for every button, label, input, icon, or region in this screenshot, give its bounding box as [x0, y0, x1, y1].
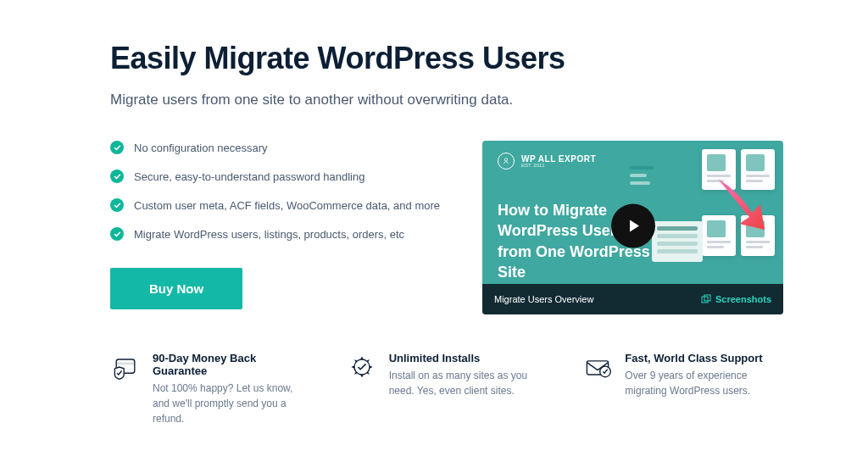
check-icon	[110, 227, 124, 241]
feature-text: No configuration necessary	[134, 142, 268, 154]
benefit-desc: Not 100% happy? Let us know, and we'll p…	[153, 381, 311, 426]
svg-point-0	[504, 158, 507, 161]
page-subtitle: Migrate users from one site to another w…	[110, 92, 783, 108]
page-title: Easily Migrate WordPress Users	[110, 41, 783, 76]
benefit-desc: Install on as many sites as you need. Ye…	[389, 368, 548, 398]
benefit-title: Fast, World Class Support	[625, 352, 783, 364]
benefit-title: Unlimited Installs	[389, 352, 548, 364]
buy-now-button[interactable]: Buy Now	[110, 268, 242, 309]
benefit-item: Unlimited Installs Install on as many si…	[347, 352, 548, 426]
benefit-item: Fast, World Class Support Over 9 years o…	[582, 352, 783, 426]
gear-check-icon	[347, 352, 377, 382]
benefits-row: 90-Day Money Back Guarantee Not 100% hap…	[110, 352, 783, 426]
benefit-item: 90-Day Money Back Guarantee Not 100% hap…	[110, 352, 311, 426]
video-thumbnail[interactable]: WP ALL EXPORT EST. 2011 How to Migrate W…	[482, 141, 783, 314]
feature-text: Custom user meta, ACF fields, WooCommerc…	[134, 199, 440, 212]
wallet-shield-icon	[110, 352, 141, 382]
check-icon	[110, 170, 124, 183]
arrow-icon	[714, 175, 773, 234]
benefit-title: 90-Day Money Back Guarantee	[153, 352, 311, 377]
feature-text: Secure, easy-to-understand password hand…	[134, 170, 364, 183]
benefit-desc: Over 9 years of experience migrating Wor…	[625, 368, 783, 398]
check-icon	[110, 141, 124, 154]
list-item: Secure, easy-to-understand password hand…	[110, 170, 448, 183]
svg-rect-4	[116, 363, 135, 365]
check-icon	[110, 198, 124, 212]
envelope-check-icon	[582, 352, 613, 382]
feature-text: Migrate WordPress users, listings, produ…	[134, 228, 404, 241]
screenshots-link[interactable]: Screenshots	[701, 294, 771, 304]
brand-subtitle: EST. 2011	[521, 163, 596, 168]
play-button[interactable]	[611, 203, 655, 247]
video-bar-title: Migrate Users Overview	[494, 294, 593, 304]
brand-logo-icon	[498, 153, 515, 170]
list-item: Migrate WordPress users, listings, produ…	[110, 227, 448, 241]
screenshots-icon	[701, 294, 711, 304]
video-illustration	[635, 149, 783, 281]
feature-list: No configuration necessary Secure, easy-…	[110, 141, 448, 241]
list-item: Custom user meta, ACF fields, WooCommerc…	[110, 198, 448, 212]
screenshots-label: Screenshots	[715, 294, 771, 304]
list-item: No configuration necessary	[110, 141, 448, 154]
